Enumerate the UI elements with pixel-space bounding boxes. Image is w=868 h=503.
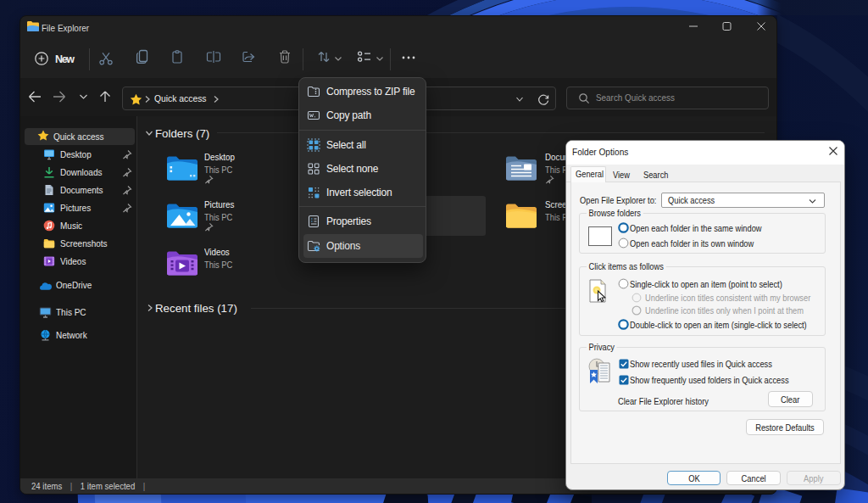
svg-text:New: New bbox=[55, 53, 75, 65]
